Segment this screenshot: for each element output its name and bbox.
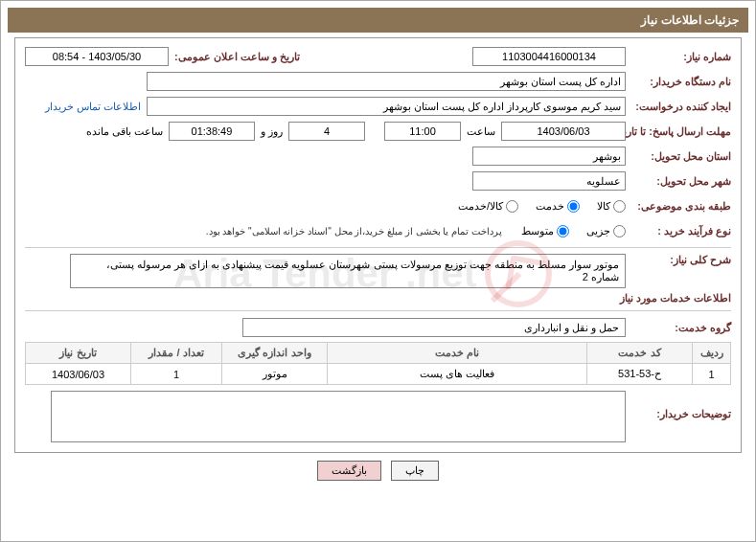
time-left-field: 01:38:49	[169, 122, 255, 141]
reply-hour-field: 11:00	[384, 122, 461, 141]
requester-field: سید کریم موسوی کارپرداز اداره کل پست است…	[147, 97, 626, 116]
need-no-field: 1103004416000134	[472, 47, 626, 66]
cell-code: ح-53-531	[587, 364, 693, 385]
cell-need-date: 1403/06/03	[26, 364, 131, 385]
footer: چاپ بازگشت	[1, 461, 755, 481]
cell-name: فعالیت های پست	[328, 364, 587, 385]
label-buyer-org: نام دستگاه خریدار:	[626, 76, 731, 88]
radio-service[interactable]	[567, 200, 580, 213]
subject-class-group: کالا خدمت کالا/خدمت	[445, 200, 626, 213]
payment-note: پرداخت تمام یا بخشی از مبلغ خرید،از محل …	[206, 226, 502, 237]
buyer-notes-box[interactable]	[51, 391, 626, 442]
radio-medium[interactable]	[557, 225, 569, 237]
cell-unit: موتور	[222, 364, 328, 385]
cell-qty: 1	[131, 364, 222, 385]
delivery-city-field: عسلویه	[472, 171, 626, 191]
section-service-info: اطلاعات خدمات مورد نیاز	[25, 292, 731, 305]
details-panel: شماره نیاز: 1103004416000134 تاریخ و ساع…	[14, 37, 742, 453]
radio-medium-label: متوسط	[521, 225, 554, 237]
label-reply-deadline: مهلت ارسال پاسخ: تا تاریخ:	[626, 125, 731, 137]
label-need-no: شماره نیاز:	[626, 51, 731, 63]
radio-service-label: خدمت	[536, 200, 564, 213]
label-service-group: گروه خدمت:	[626, 322, 731, 334]
radio-partial-label: جزیی	[586, 225, 610, 237]
announce-dt-field: 1403/05/30 - 08:54	[25, 47, 169, 66]
cell-row: 1	[693, 364, 731, 385]
purchase-type-group: جزیی متوسط	[508, 225, 626, 237]
th-qty: تعداد / مقدار	[131, 343, 222, 364]
label-delivery-province: استان محل تحویل:	[626, 150, 731, 163]
th-code: کد خدمت	[587, 343, 693, 364]
th-unit: واحد اندازه گیری	[222, 343, 328, 364]
buyer-org-field: اداره کل پست استان بوشهر	[147, 72, 626, 91]
label-purchase-type: نوع فرآیند خرید :	[626, 225, 731, 237]
label-overall-desc: شرح کلی نیاز:	[626, 254, 731, 266]
back-button[interactable]: بازگشت	[317, 461, 381, 481]
overall-desc-box: موتور سوار مسلط به منطقه جهت توزیع مرسول…	[70, 254, 626, 288]
label-buyer-notes: توضیحات خریدار:	[626, 408, 731, 420]
label-hour: ساعت	[467, 125, 495, 138]
label-remaining: ساعت باقی مانده	[86, 125, 163, 138]
radio-partial[interactable]	[613, 225, 626, 237]
reply-date-field: 1403/06/03	[501, 122, 626, 141]
th-row: ردیف	[693, 343, 731, 364]
delivery-province-field: بوشهر	[472, 147, 626, 166]
th-need-date: تاریخ نیاز	[26, 343, 131, 364]
days-left-field: 4	[288, 122, 365, 141]
radio-both-label: کالا/خدمت	[458, 200, 503, 213]
divider-2	[25, 310, 731, 311]
radio-both[interactable]	[506, 200, 518, 213]
divider	[25, 247, 731, 248]
table-row: 1 ح-53-531 فعالیت های پست موتور 1 1403/0…	[26, 364, 731, 385]
print-button[interactable]: چاپ	[391, 461, 439, 481]
contact-link[interactable]: اطلاعات تماس خریدار	[45, 101, 141, 113]
label-delivery-city: شهر محل تحویل:	[626, 175, 731, 188]
service-group-field: حمل و نقل و انبارداری	[242, 318, 626, 337]
label-requester: ایجاد کننده درخواست:	[626, 101, 731, 113]
label-announce-dt: تاریخ و ساعت اعلان عمومی:	[169, 51, 300, 63]
label-day-and: روز و	[261, 125, 283, 138]
page-title: جزئیات اطلاعات نیاز	[8, 8, 748, 33]
radio-goods[interactable]	[613, 200, 626, 213]
th-name: نام خدمت	[328, 343, 587, 364]
radio-goods-label: کالا	[597, 200, 610, 213]
label-subject-class: طبقه بندی موضوعی:	[626, 200, 731, 213]
services-table: ردیف کد خدمت نام خدمت واحد اندازه گیری ت…	[25, 342, 731, 385]
